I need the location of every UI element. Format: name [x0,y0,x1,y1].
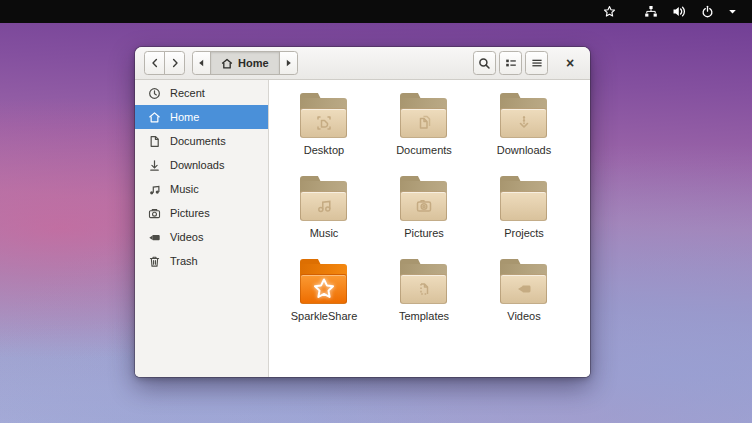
folder-item-downloads[interactable]: Downloads [474,92,574,175]
system-tray [596,0,744,23]
folder-grid: Desktop Documents [269,80,590,377]
forward-button[interactable] [164,51,185,75]
sidebar-item-music[interactable]: Music [135,177,268,201]
camera-icon [148,207,161,220]
sidebar-item-downloads[interactable]: Downloads [135,153,268,177]
folder-label: SparkleShare [291,310,358,322]
sidebar-item-label: Documents [170,135,226,147]
volume-icon[interactable] [665,0,694,23]
clock-icon [148,87,161,100]
folder-icon [399,93,449,140]
folder-icon [299,176,349,223]
star-emblem-icon [310,275,338,303]
back-button[interactable] [144,51,165,75]
sidebar-item-label: Videos [170,231,203,243]
sidebar-item-label: Music [170,183,199,195]
templates-emblem-icon [412,277,436,301]
sidebar-item-pictures[interactable]: Pictures [135,201,268,225]
folder-label: Pictures [404,227,444,239]
path-segment-home[interactable]: Home [210,51,280,75]
desktop-emblem-icon [312,111,336,135]
network-icon[interactable] [637,0,665,23]
folder-icon [399,259,449,306]
folder-item-pictures[interactable]: Pictures [374,175,474,258]
search-icon [478,57,491,70]
music-note-icon [148,183,161,196]
folder-icon-orange [299,259,349,306]
sidebar-item-label: Trash [170,255,198,267]
window-body: Recent Home Documents Downloads [135,80,590,377]
documents-emblem-icon [412,111,436,135]
sidebar-item-home[interactable]: Home [135,105,268,129]
system-top-bar [0,0,752,23]
folder-icon [499,93,549,140]
close-button[interactable]: × [559,51,581,75]
back-chevron-icon [150,58,160,68]
path-segment-label: Home [238,57,269,69]
folder-label: Projects [504,227,544,239]
pictures-emblem-icon [412,194,436,218]
search-button[interactable] [473,51,496,75]
downloads-emblem-icon [512,111,536,135]
music-emblem-icon [312,194,336,218]
folder-label: Desktop [304,144,344,156]
folder-label: Videos [507,310,540,322]
folder-label: Music [310,227,339,239]
header-bar: Home [135,47,590,80]
folder-item-music[interactable]: Music [274,175,374,258]
folder-label: Templates [399,310,449,322]
path-bar: Home [192,51,298,75]
sidebar-item-recent[interactable]: Recent [135,81,268,105]
download-icon [148,159,161,172]
star-icon[interactable] [596,0,623,23]
folder-icon [399,176,449,223]
folder-item-desktop[interactable]: Desktop [274,92,374,175]
folder-icon [499,176,549,223]
file-manager-window: Home [135,47,590,377]
video-emblem-icon [512,277,536,301]
list-view-icon [505,57,517,69]
video-icon [148,231,161,244]
folder-label: Documents [396,144,452,156]
sidebar-item-videos[interactable]: Videos [135,225,268,249]
folder-icon [299,93,349,140]
folder-label: Downloads [497,144,551,156]
trash-icon [148,255,161,268]
close-icon: × [566,55,574,71]
folder-icon [499,259,549,306]
power-icon[interactable] [694,0,721,23]
hamburger-menu-icon [531,57,543,69]
sidebar-item-label: Home [170,111,199,123]
triangle-right-icon [285,59,292,67]
sidebar-item-documents[interactable]: Documents [135,129,268,153]
document-icon [148,135,161,148]
triangle-left-icon [198,59,205,67]
home-icon [148,111,161,124]
folder-item-documents[interactable]: Documents [374,92,474,175]
folder-item-videos[interactable]: Videos [474,258,574,341]
sidebar-item-label: Recent [170,87,205,99]
path-scroll-right-button[interactable] [279,51,298,75]
forward-chevron-icon [170,58,180,68]
view-toggle-button[interactable] [499,51,522,75]
folder-item-templates[interactable]: Templates [374,258,474,341]
nav-button-group [144,51,185,75]
sidebar: Recent Home Documents Downloads [135,80,269,377]
home-icon [221,58,233,69]
folder-item-projects[interactable]: Projects [474,175,574,258]
menu-button[interactable] [525,51,548,75]
chevron-down-icon[interactable] [721,0,744,23]
sidebar-item-trash[interactable]: Trash [135,249,268,273]
sidebar-item-label: Pictures [170,207,210,219]
folder-item-sparkleshare[interactable]: SparkleShare [274,258,374,341]
path-scroll-left-button[interactable] [192,51,211,75]
sidebar-item-label: Downloads [170,159,224,171]
